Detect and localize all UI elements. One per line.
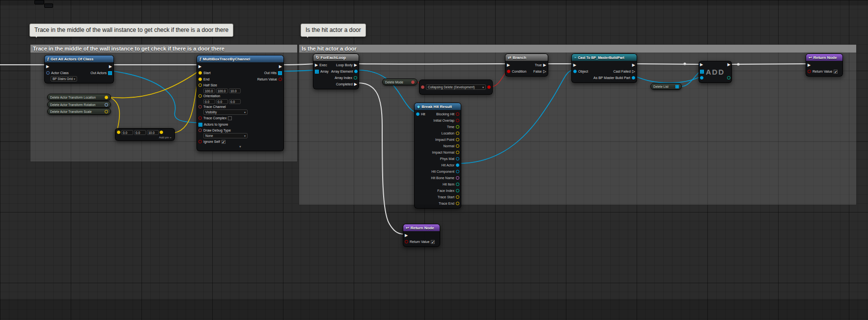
add-pin-button[interactable]: Add pin +	[115, 136, 174, 140]
half-size-pin[interactable]	[198, 83, 202, 87]
array-element-pin[interactable]	[354, 70, 358, 73]
cast-failed-pin[interactable]: ▷	[632, 70, 635, 74]
actor-class-pin[interactable]	[46, 71, 50, 75]
orientation-z-field[interactable]: 0.0	[229, 99, 241, 104]
array-in-pin[interactable]	[315, 70, 319, 74]
return-value-pin[interactable]	[808, 70, 811, 73]
start-pin[interactable]	[198, 71, 202, 75]
node-return-bottom[interactable]: ↩ Return Node ▶ Return Value✔	[403, 224, 440, 247]
trace-complex-checkbox[interactable]	[228, 116, 232, 120]
return-value-checkbox[interactable]: ✔	[834, 70, 838, 74]
initial-overlap-pin[interactable]	[456, 119, 459, 122]
as-bp-master-build-part-pin[interactable]	[632, 76, 635, 80]
impact-normal-pin[interactable]	[456, 151, 459, 154]
out-hits-pin[interactable]	[278, 71, 282, 75]
array-out-pin[interactable]	[675, 85, 679, 88]
node-multibox-trace-by-channel[interactable]: ƒ MultiBoxTraceByChannel ▶ ▶ Start Out H…	[196, 55, 284, 151]
trace-end-pin[interactable]	[456, 202, 459, 205]
half-size-y-field[interactable]: 100.0	[216, 88, 228, 93]
exec-in-pin[interactable]: ▶	[405, 234, 408, 238]
face-index-pin[interactable]	[456, 189, 459, 192]
exec-out-pin[interactable]: ▶	[728, 63, 730, 67]
half-size-z-field[interactable]: 10.0	[229, 88, 241, 93]
node-foreachloop[interactable]: ↻ ForEachLoop ▶Exec Loop Body▶ Array Arr…	[313, 53, 359, 89]
var-node-delete-actor-transform-rotation[interactable]: Delete Actor Transform Rotation	[47, 101, 111, 108]
exec-out-pin[interactable]: ▶	[632, 63, 635, 67]
vector-out-pin[interactable]	[105, 96, 108, 99]
trace-start-pin[interactable]	[456, 195, 459, 199]
enum-out-pin[interactable]	[411, 80, 415, 84]
exec-in-pin[interactable]: ▶	[46, 65, 49, 69]
enum-value-dropdown[interactable]: Collapsing Delete (Development)▾	[426, 84, 486, 90]
half-size-x-field[interactable]: 100.0	[203, 88, 215, 93]
loop-body-pin[interactable]: ▶	[354, 63, 357, 67]
end-pin[interactable]	[198, 78, 202, 81]
node-add-vector[interactable]: 0.0 0.0 10.0 Add pin +	[115, 128, 175, 141]
true-pin[interactable]: ▶	[543, 63, 546, 67]
y-field[interactable]: 0.0	[134, 130, 146, 135]
return-value-pin[interactable]	[279, 78, 282, 81]
exec-in-pin[interactable]: ▶	[507, 63, 510, 67]
x-field[interactable]: 0.0	[121, 130, 133, 135]
blueprint-graph-canvas[interactable]: Trace in the middle of the wall instance…	[0, 0, 868, 320]
phys-mat-pin[interactable]	[456, 157, 459, 160]
trace-channel-dropdown[interactable]: Visibility▾	[203, 109, 248, 115]
index-out-pin[interactable]	[727, 76, 730, 80]
draw-debug-type-pin[interactable]	[198, 129, 202, 132]
normal-pin[interactable]	[456, 144, 459, 148]
vector-in-pin[interactable]	[117, 131, 120, 134]
completed-pin[interactable]: ▶	[354, 82, 357, 86]
trace-channel-pin[interactable]	[198, 105, 202, 108]
exec-out-pin[interactable]: ▶	[279, 65, 282, 69]
exec-in-pin[interactable]: ▶	[315, 63, 318, 67]
orientation-y-field[interactable]: 0.0	[216, 99, 228, 104]
draw-debug-type-dropdown[interactable]: None▾	[203, 133, 248, 138]
comment-bubble-trace-wall[interactable]: Trace in the middle of the wall instance…	[29, 24, 233, 37]
orientation-x-field[interactable]: 0.0	[203, 99, 215, 104]
ignore-self-pin[interactable]	[198, 140, 202, 143]
exec-in-pin[interactable]: ▶	[198, 65, 201, 69]
hit-pin[interactable]	[416, 112, 420, 116]
hit-actor-pin[interactable]	[456, 163, 459, 167]
exec-in-pin[interactable]: ▶	[700, 63, 703, 67]
var-node-delete-list[interactable]: Delete List	[650, 83, 682, 90]
exec-in-pin[interactable]: ▶	[808, 63, 811, 67]
var-node-delete-actor-transform-location[interactable]: Delete Actor Transform Location	[47, 94, 111, 101]
node-array-add[interactable]: ADD ▶ ▶	[699, 61, 732, 83]
vector-out-pin[interactable]	[160, 131, 163, 134]
exec-in-pin[interactable]: ▶	[573, 63, 576, 67]
hit-component-pin[interactable]	[456, 170, 459, 173]
comment-title[interactable]: Trace in the middle of the wall instance…	[30, 45, 297, 53]
node-cast-to-bp-masterbuildpart[interactable]: » Cast To BP_MasterBuildPart ▶ ▶ Object …	[571, 53, 637, 83]
node-get-all-actors-of-class[interactable]: ƒ Get All Actors Of Class ▶ ▶ Actor Clas…	[44, 55, 114, 83]
hit-bone-name-pin[interactable]	[456, 176, 459, 180]
var-node-delete-mode[interactable]: Delete Mode	[382, 79, 418, 85]
bool-out-pin[interactable]	[487, 85, 491, 89]
new-item-pin[interactable]	[700, 76, 703, 80]
var-node-delete-actor-transform-scale[interactable]: Delete Actor Transform Scale	[47, 108, 111, 115]
condition-pin[interactable]	[507, 70, 510, 73]
impact-point-pin[interactable]	[456, 138, 459, 141]
time-pin[interactable]	[456, 125, 459, 129]
out-actors-pin[interactable]	[108, 71, 112, 75]
ignore-self-checkbox[interactable]: ✔	[222, 140, 225, 144]
blocking-hit-pin[interactable]	[456, 112, 459, 116]
exec-out-pin[interactable]: ▶	[109, 65, 112, 69]
orientation-pin[interactable]	[198, 94, 202, 98]
collapse-arrow-icon[interactable]: ▼	[197, 145, 283, 149]
object-pin[interactable]	[573, 70, 577, 73]
enum-in-pin[interactable]	[421, 85, 424, 89]
rotator-out-pin[interactable]	[105, 103, 108, 107]
node-return-top[interactable]: ↩ Return Node ▶ Return Value✔	[806, 53, 843, 77]
return-value-pin[interactable]	[405, 240, 408, 243]
node-branch[interactable]: ⇄ Branch ▶ True▶ Condition False▷	[505, 53, 548, 77]
return-value-checkbox[interactable]: ✔	[431, 240, 435, 244]
vector-out-pin[interactable]	[105, 110, 108, 113]
node-equal-enum[interactable]: Collapsing Delete (Development)▾	[419, 80, 493, 95]
location-pin[interactable]	[456, 132, 459, 135]
array-index-pin[interactable]	[354, 76, 357, 80]
comment-bubble-hit-actor-door[interactable]: Is the hit actor a door	[301, 24, 366, 37]
z-field[interactable]: 10.0	[147, 130, 159, 135]
actor-class-dropdown[interactable]: BP Stairs Grid▾	[51, 76, 77, 81]
hit-item-pin[interactable]	[456, 183, 459, 186]
